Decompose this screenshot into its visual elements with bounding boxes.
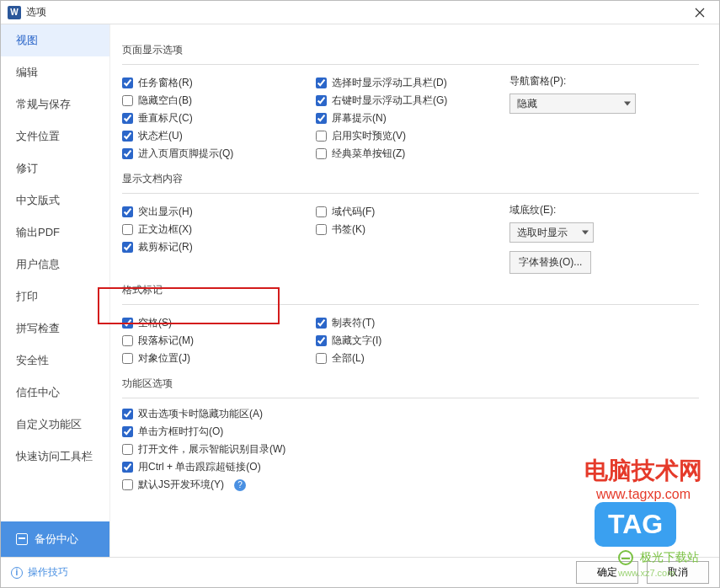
close-icon xyxy=(695,8,705,18)
cb-screen-tips-input[interactable] xyxy=(316,113,327,124)
cb-object-position[interactable]: 对象位置(J) xyxy=(122,350,316,367)
cb-float-toolbar-rightclick-input[interactable] xyxy=(316,95,327,106)
cb-spaces[interactable]: 空格(S) xyxy=(122,314,316,332)
sidebar-item-security[interactable]: 安全性 xyxy=(1,345,109,377)
section-title-ribbon-opts: 功能区选项 xyxy=(122,377,699,393)
close-button[interactable] xyxy=(687,3,712,22)
cb-float-toolbar-select[interactable]: 选择时显示浮动工具栏(D) xyxy=(316,74,509,92)
cb-paragraph-marks-input[interactable] xyxy=(122,335,133,346)
cb-text-border-input[interactable] xyxy=(122,224,133,235)
sidebar-item-output-pdf[interactable]: 输出PDF xyxy=(1,216,109,249)
cb-dblclick-hide-ribbon[interactable]: 双击选项卡时隐藏功能区(A) xyxy=(122,405,699,423)
backup-icon xyxy=(16,533,28,545)
content-panel: 页面显示选项 任务窗格(R) 隐藏空白(B) 垂直标尺(C) 状态栏(U) 进入… xyxy=(110,24,719,557)
tips-link[interactable]: 操作技巧 xyxy=(28,565,68,580)
dialog-footer: i 操作技巧 确定 取消 xyxy=(1,557,719,587)
cb-float-toolbar-select-input[interactable] xyxy=(316,78,327,88)
nav-pane-select[interactable]: 隐藏 xyxy=(509,94,636,114)
sidebar-item-quick-access[interactable]: 快速访问工具栏 xyxy=(1,441,109,473)
cb-default-js-env[interactable]: 默认JS开发环境(Y)? xyxy=(122,476,699,494)
section-title-format-marks: 格式标记 xyxy=(122,283,699,299)
sidebar-item-view[interactable]: 视图 xyxy=(1,24,109,56)
cb-all-marks[interactable]: 全部(L) xyxy=(316,350,509,367)
cb-highlight[interactable]: 突出显示(H) xyxy=(122,203,316,221)
section-title-page-display: 页面显示选项 xyxy=(122,43,699,59)
dialog-title: 选项 xyxy=(26,5,687,19)
cb-live-preview-input[interactable] xyxy=(316,131,327,142)
cb-live-preview[interactable]: 启用实时预览(V) xyxy=(316,127,509,145)
cb-task-pane[interactable]: 任务窗格(R) xyxy=(122,74,316,92)
app-icon: W xyxy=(8,6,21,19)
watermark-jiguang-url: www.xz7.com xyxy=(618,568,675,578)
cb-open-smart-toc[interactable]: 打开文件，展示智能识别目录(W) xyxy=(122,441,699,458)
watermark-jiguang: 极光下载站 www.xz7.com xyxy=(618,550,699,579)
watermark-jiguang-title: 极光下载站 xyxy=(640,550,699,564)
cb-ctrl-click-hyperlink-input[interactable] xyxy=(122,462,133,473)
cb-field-codes-input[interactable] xyxy=(316,206,327,217)
divider xyxy=(122,64,699,65)
cb-float-toolbar-rightclick[interactable]: 右键时显示浮动工具栏(G) xyxy=(316,92,509,110)
cb-open-smart-toc-input[interactable] xyxy=(122,444,133,455)
cb-crop-marks-input[interactable] xyxy=(122,242,133,253)
sidebar-item-general-save[interactable]: 常规与保存 xyxy=(1,88,109,120)
cb-default-js-env-input[interactable] xyxy=(122,479,133,490)
cb-status-bar-input[interactable] xyxy=(122,131,133,142)
cb-vertical-ruler-input[interactable] xyxy=(122,113,133,124)
cb-screen-tips[interactable]: 屏幕提示(N) xyxy=(316,110,509,127)
help-icon[interactable]: ? xyxy=(234,479,246,491)
cb-vertical-ruler[interactable]: 垂直标尺(C) xyxy=(122,110,316,127)
cb-status-bar[interactable]: 状态栏(U) xyxy=(122,127,316,145)
options-dialog: W 选项 视图 编辑 常规与保存 文件位置 修订 中文版式 输出PDF 用户信息… xyxy=(0,0,720,588)
cb-hide-blank[interactable]: 隐藏空白(B) xyxy=(122,92,316,110)
sidebar-item-print[interactable]: 打印 xyxy=(1,281,109,313)
cb-dblclick-hide-ribbon-input[interactable] xyxy=(122,409,133,420)
cb-text-border[interactable]: 正文边框(X) xyxy=(122,221,316,238)
sidebar-item-revisions[interactable]: 修订 xyxy=(1,152,109,184)
sidebar-item-user-info[interactable]: 用户信息 xyxy=(1,249,109,281)
sidebar-item-customize-ribbon[interactable]: 自定义功能区 xyxy=(1,409,109,441)
cb-field-codes[interactable]: 域代码(F) xyxy=(316,203,509,221)
cb-click-box-check[interactable]: 单击方框时打勾(O) xyxy=(122,423,699,441)
cb-hide-blank-input[interactable] xyxy=(122,95,133,106)
divider xyxy=(122,304,699,305)
chevron-down-icon xyxy=(624,102,631,106)
field-shading-value: 选取时显示 xyxy=(517,226,568,240)
cb-ctrl-click-hyperlink[interactable]: 用Ctrl + 单击跟踪超链接(O) xyxy=(122,458,699,476)
section-title-doc-content: 显示文档内容 xyxy=(122,172,699,188)
sidebar: 视图 编辑 常规与保存 文件位置 修订 中文版式 输出PDF 用户信息 打印 拼… xyxy=(1,24,110,557)
cb-all-marks-input[interactable] xyxy=(316,353,327,364)
cb-task-pane-input[interactable] xyxy=(122,78,133,88)
cb-header-footer-tip-input[interactable] xyxy=(122,148,133,159)
sidebar-item-spellcheck[interactable]: 拼写检查 xyxy=(1,313,109,345)
cb-classic-menu-input[interactable] xyxy=(316,148,327,159)
field-shading-select[interactable]: 选取时显示 xyxy=(509,222,594,243)
watermark-jiguang-logo-icon xyxy=(618,550,633,565)
cb-click-box-check-input[interactable] xyxy=(122,426,133,437)
backup-label: 备份中心 xyxy=(35,532,78,547)
cb-bookmarks[interactable]: 书签(K) xyxy=(316,221,509,238)
cb-spaces-input[interactable] xyxy=(122,318,133,329)
cb-paragraph-marks[interactable]: 段落标记(M) xyxy=(122,332,316,350)
cb-hidden-text-input[interactable] xyxy=(316,335,327,346)
dialog-body: 视图 编辑 常规与保存 文件位置 修订 中文版式 输出PDF 用户信息 打印 拼… xyxy=(1,24,719,557)
cb-classic-menu[interactable]: 经典菜单按钮(Z) xyxy=(316,145,509,163)
divider xyxy=(122,193,699,194)
cb-tabs[interactable]: 制表符(T) xyxy=(316,314,509,332)
cb-tabs-input[interactable] xyxy=(316,318,327,329)
field-shading-label: 域底纹(E): xyxy=(509,203,678,217)
cb-bookmarks-input[interactable] xyxy=(316,224,327,235)
sidebar-item-chinese-layout[interactable]: 中文版式 xyxy=(1,184,109,216)
sidebar-item-trust-center[interactable]: 信任中心 xyxy=(1,377,109,409)
sidebar-item-file-locations[interactable]: 文件位置 xyxy=(1,120,109,152)
cb-header-footer-tip[interactable]: 进入页眉页脚提示(Q) xyxy=(122,145,316,163)
tips-icon: i xyxy=(11,567,23,579)
cb-crop-marks[interactable]: 裁剪标记(R) xyxy=(122,238,316,256)
cb-highlight-input[interactable] xyxy=(122,206,133,217)
font-substitution-button[interactable]: 字体替换(O)... xyxy=(509,251,591,274)
sidebar-item-edit[interactable]: 编辑 xyxy=(1,56,109,88)
titlebar: W 选项 xyxy=(1,1,719,24)
backup-center-button[interactable]: 备份中心 xyxy=(1,521,109,557)
cb-object-position-input[interactable] xyxy=(122,353,133,364)
divider xyxy=(122,398,699,398)
cb-hidden-text[interactable]: 隐藏文字(I) xyxy=(316,332,509,350)
